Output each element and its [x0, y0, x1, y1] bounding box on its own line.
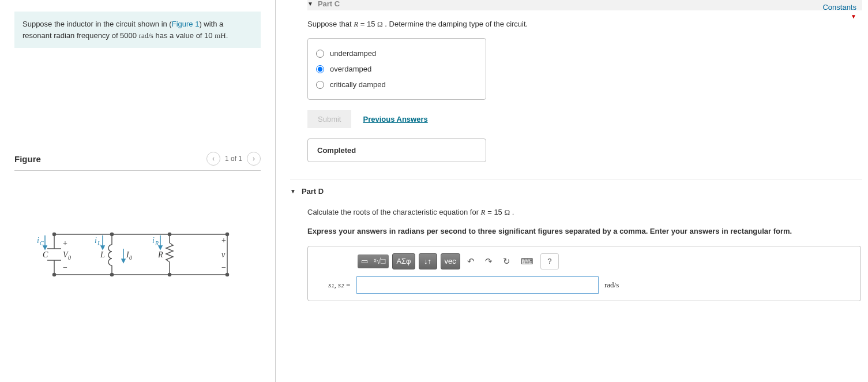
part-c-question: Suppose that R = 15 Ω . Determine the da…: [307, 19, 862, 29]
svg-text:R: R: [155, 240, 159, 246]
svg-text:0: 0: [129, 254, 132, 261]
redo-icon[interactable]: ↷: [482, 254, 496, 269]
svg-text:R: R: [157, 250, 163, 259]
constants-link[interactable]: Constants▼: [822, 3, 856, 20]
figure-title: Figure: [14, 154, 41, 164]
options-box: underdamped overdamped critically damped: [307, 38, 486, 100]
svg-text:C: C: [40, 240, 44, 246]
svg-point-14: [226, 233, 228, 236]
circuit-figure: iC iL iR C + V0 − L I0 R + v −: [14, 223, 261, 286]
svg-marker-20: [43, 246, 47, 249]
svg-point-17: [168, 274, 171, 276]
help-icon[interactable]: ?: [540, 253, 559, 269]
part-c-title: Part C: [318, 0, 340, 8]
greek-tool[interactable]: ΑΣφ: [392, 253, 415, 269]
figure-link[interactable]: Figure 1: [172, 20, 200, 28]
rect-icon[interactable]: ▭: [359, 256, 370, 267]
radio-overdamped[interactable]: [316, 65, 324, 73]
updown-tool[interactable]: ↓↑: [419, 253, 437, 269]
problem-statement: Suppose the inductor in the circuit show…: [14, 12, 261, 48]
part-d-question: Calculate the roots of the characteristi…: [307, 207, 862, 218]
svg-text:+: +: [221, 236, 226, 245]
option-overdamped[interactable]: overdamped: [316, 61, 478, 77]
radio-underdamped[interactable]: [316, 50, 324, 58]
svg-point-18: [226, 274, 228, 276]
answer-input[interactable]: [356, 276, 599, 294]
completed-status: Completed: [307, 138, 486, 162]
sqrt-icon[interactable]: ᵡ√□: [371, 256, 388, 267]
svg-text:i: i: [95, 236, 97, 245]
answer-box: ▭ ᵡ√□ ΑΣφ ↓↑ vec ↶ ↷ ↻ ⌨ ? s₁, s₂ = rad/…: [307, 246, 861, 301]
previous-answers-link[interactable]: Previous Answers: [363, 115, 427, 123]
svg-text:i: i: [152, 236, 155, 245]
svg-text:L: L: [100, 250, 105, 259]
svg-text:0: 0: [68, 254, 71, 261]
figure-prev-button[interactable]: ‹: [206, 152, 220, 166]
collapse-icon[interactable]: ▼: [290, 188, 296, 194]
svg-text:−: −: [63, 263, 67, 272]
svg-text:C: C: [43, 250, 48, 259]
submit-button[interactable]: Submit: [307, 110, 351, 128]
svg-point-15: [52, 274, 55, 276]
svg-marker-22: [101, 246, 104, 249]
svg-point-12: [110, 233, 113, 236]
figure-next-button[interactable]: ›: [247, 152, 261, 166]
problem-text: Suppose the inductor in the circuit show…: [22, 20, 172, 28]
undo-icon[interactable]: ↶: [464, 254, 478, 269]
option-underdamped[interactable]: underdamped: [316, 46, 478, 61]
figure-counter: 1 of 1: [225, 155, 242, 163]
template-tool-group[interactable]: ▭ ᵡ√□: [358, 254, 389, 268]
reset-icon[interactable]: ↻: [499, 254, 514, 269]
svg-point-13: [168, 233, 171, 236]
collapse-icon[interactable]: ▼: [307, 1, 313, 7]
svg-text:−: −: [221, 263, 226, 272]
part-d-title: Part D: [302, 187, 324, 196]
vec-tool[interactable]: vec: [441, 253, 460, 269]
svg-marker-24: [159, 246, 162, 249]
svg-text:v: v: [221, 250, 226, 259]
radio-critically-damped[interactable]: [316, 81, 324, 89]
svg-marker-26: [122, 259, 125, 263]
svg-point-11: [52, 233, 55, 236]
keyboard-icon[interactable]: ⌨: [517, 254, 537, 269]
svg-text:i: i: [37, 236, 39, 245]
part-d-instruction: Express your answers in radians per seco…: [307, 226, 862, 237]
answer-label: s₁, s₂ =: [316, 280, 351, 290]
svg-text:L: L: [97, 240, 101, 246]
svg-text:+: +: [63, 239, 67, 248]
answer-unit: rad/s: [604, 280, 619, 290]
svg-point-16: [110, 274, 113, 276]
option-critically-damped[interactable]: critically damped: [316, 77, 478, 92]
